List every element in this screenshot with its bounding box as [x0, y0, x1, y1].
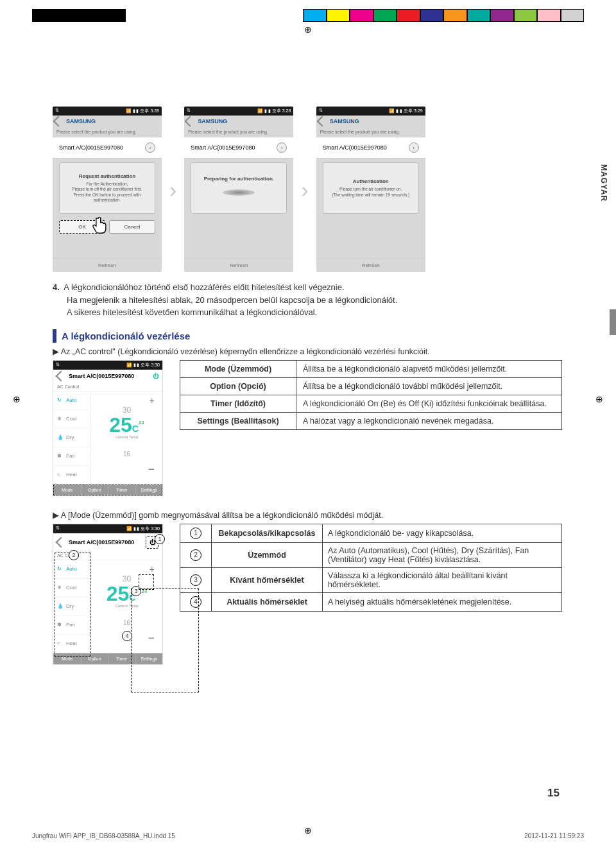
- chevron-right-icon[interactable]: ›: [277, 142, 287, 153]
- temp-down-button[interactable]: −: [95, 463, 158, 476]
- flow-arrow-icon: ›: [169, 177, 176, 202]
- device-name: Smart A/C(0015E997080: [59, 144, 123, 151]
- reg-mark-top: ⊕: [304, 24, 312, 35]
- ac-control-screenshot-1: ⇅📶 ▮ ▮ 오후 3:30 Smart A/C(0015E997080⏻ AC…: [53, 360, 163, 496]
- back-icon[interactable]: [56, 537, 67, 547]
- refresh-button[interactable]: Refresh: [53, 258, 162, 272]
- imposition-footer: Jungfrau WiFi APP_IB_DB68-03588A_HU.indd…: [32, 832, 584, 839]
- main-temp: 25C24: [95, 415, 158, 435]
- mode-bullet: ▶ A [Mode (Üzemmód)] gomb megnyomásával …: [53, 510, 563, 520]
- mode-heat[interactable]: ≈Heat: [53, 466, 90, 485]
- section-title-control: A légkondicionáló vezérlése: [62, 329, 190, 343]
- mode-description-table: 1Bekapcsolás/kikapcsolásA légkondicionál…: [180, 524, 562, 612]
- function-table: Mode (Üzemmód)Állítsa be a légkondicioná…: [180, 360, 562, 430]
- reg-mark-left: ⊕: [13, 394, 21, 404]
- refresh-button[interactable]: Refresh: [184, 258, 293, 272]
- callout-1: 1: [155, 534, 165, 544]
- tab-option[interactable]: Option: [81, 485, 108, 495]
- phone-screenshot-2: ⇅📶 ▮ ▮ 오후 3:28 SAMSUNG Please select the…: [184, 107, 293, 272]
- mode-fan[interactable]: ✽Fan: [53, 447, 90, 466]
- mode-list: 2 ↻Auto ❄Cool 💧Dry ✽Fan ≈Heat: [53, 560, 91, 653]
- back-icon[interactable]: [316, 116, 327, 127]
- page-number: 15: [547, 787, 560, 800]
- thumb-index-stub: [610, 309, 616, 335]
- callout-box-3: [131, 589, 199, 692]
- callout-box-2: [55, 553, 90, 657]
- temp-up-button[interactable]: +: [95, 564, 158, 574]
- callout-2: 2: [69, 550, 79, 560]
- auth-modal-1: Request authentication For the Authentic…: [59, 162, 155, 214]
- chevron-right-icon[interactable]: ›: [409, 142, 419, 153]
- callout-4: 4: [122, 631, 132, 641]
- phone-screenshot-1: ⇅📶 ▮ ▮ 오후 3:28 SAMSUNG Please select the…: [53, 107, 162, 272]
- bottom-tabs: Mode Option Timer Settings: [53, 485, 162, 495]
- mode-auto[interactable]: ↻Auto: [53, 391, 90, 410]
- refresh-button[interactable]: Refresh: [316, 258, 425, 272]
- phone-screenshot-3: ⇅📶 ▮ ▮ 오후 3:29 SAMSUNG Please select the…: [316, 107, 425, 272]
- loading-icon: [223, 189, 255, 196]
- tab-mode[interactable]: Mode: [53, 485, 81, 495]
- step-4-instructions: 4. A légkondicionálóhoz történő első hoz…: [53, 281, 563, 319]
- mode-list: ↻Auto ❄Cool 💧Dry ✽Fan ≈Heat: [53, 391, 91, 485]
- tab-timer[interactable]: Timer: [108, 485, 135, 495]
- status-left: ⇅: [55, 108, 59, 114]
- flow-arrow-icon: ›: [301, 177, 308, 202]
- brand-label: SAMSUNG: [66, 118, 96, 125]
- ac-control-screenshot-2: ⇅📶 ▮ ▮ 오후 3:30 Smart A/C(0015E997080 ⏻ 1…: [53, 524, 163, 665]
- back-icon[interactable]: [185, 116, 196, 127]
- tab-settings[interactable]: Settings: [135, 485, 163, 495]
- temp-up-button[interactable]: +: [95, 395, 158, 406]
- control-bullet: ▶ Az „AC control" (Légkondicionáló vezér…: [53, 347, 563, 356]
- auth-modal-2: Preparing for authentication.: [191, 162, 287, 214]
- mode-cool[interactable]: ❄Cool: [53, 410, 90, 429]
- power-icon[interactable]: ⏻: [153, 373, 158, 379]
- auth-modal-3: Authentication Please turn the air condi…: [323, 162, 419, 214]
- authentication-screens-row: ⇅📶 ▮ ▮ 오후 3:28 SAMSUNG Please select the…: [53, 107, 563, 272]
- callout-box-4: [139, 574, 154, 590]
- back-icon[interactable]: [56, 370, 67, 381]
- back-icon[interactable]: [53, 116, 64, 127]
- language-tab: MAGYAR: [599, 164, 608, 202]
- mode-dry[interactable]: 💧Dry: [53, 429, 90, 447]
- reg-mark-right: ⊕: [595, 394, 603, 404]
- print-color-bar: [32, 9, 584, 22]
- ok-button[interactable]: OK: [59, 220, 105, 234]
- cancel-button[interactable]: Cancel: [109, 220, 155, 234]
- chevron-right-icon[interactable]: ›: [145, 142, 155, 153]
